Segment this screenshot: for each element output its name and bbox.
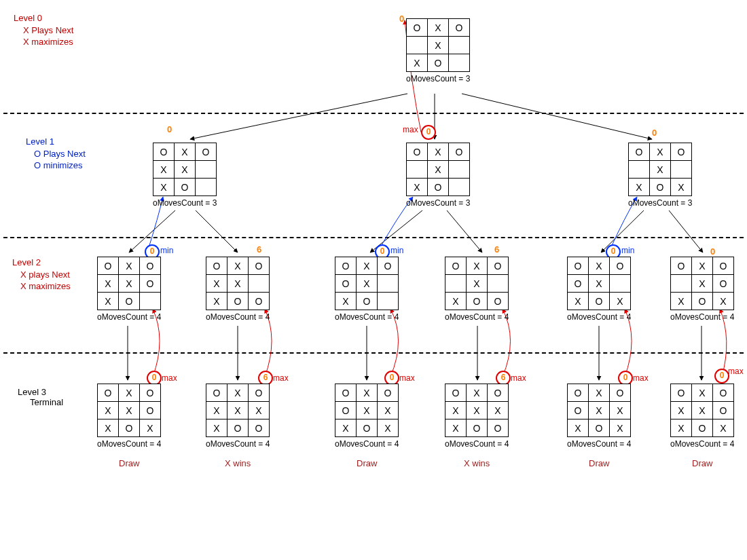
cell: X [467, 384, 488, 402]
result: X wins [206, 458, 270, 468]
cell [449, 37, 470, 54]
cell: X [445, 402, 467, 419]
cell: X [378, 419, 399, 437]
cell: X [589, 384, 610, 402]
cell: X [428, 19, 449, 37]
cell: X [428, 143, 449, 161]
cell: X [227, 402, 249, 419]
cell: O [206, 384, 227, 402]
cell: O [227, 419, 249, 437]
board-l3c2: OXOXXOXOX oMovesCount = 4 Draw [670, 384, 734, 468]
cell: X [98, 275, 119, 293]
cell [196, 179, 217, 196]
cell: X [119, 257, 140, 275]
cell: X [153, 179, 175, 196]
cell: X [692, 402, 713, 419]
cell: X [206, 419, 227, 437]
cell: X [713, 293, 734, 310]
moves-count: oMovesCount = 4 [335, 439, 399, 449]
cell: O [140, 402, 161, 419]
cell: X [206, 402, 227, 419]
cell: X [713, 419, 734, 437]
cell: O [568, 275, 589, 293]
cell: X [650, 143, 671, 161]
cell: X [98, 293, 119, 310]
cell: O [407, 143, 428, 161]
result: Draw [97, 458, 161, 468]
cell: O [140, 384, 161, 402]
cell: X [589, 402, 610, 419]
cell: X [119, 275, 140, 293]
moves-count: oMovesCount = 4 [670, 312, 734, 322]
cell: X [568, 419, 589, 437]
cell [610, 275, 631, 293]
text: Level 1 [26, 136, 86, 148]
cell: X [692, 384, 713, 402]
board-root: OXOXXO oMovesCount = 3 [406, 18, 470, 83]
text: O minimizes [34, 160, 86, 172]
cell: X [357, 275, 378, 293]
cell: X [407, 54, 428, 72]
cell: O [206, 257, 227, 275]
text: X maximizes [20, 280, 71, 293]
cell: O [140, 257, 161, 275]
l2a2-score: 6 [257, 244, 261, 255]
cell: O [249, 419, 270, 437]
cell: O [98, 257, 119, 275]
cell: O [589, 419, 610, 437]
cell: O [335, 384, 357, 402]
moves-count: oMovesCount = 4 [670, 439, 734, 449]
cell: X [428, 161, 449, 179]
cell [378, 275, 399, 293]
board-l3a2: OXOXXXXOO oMovesCount = 4 X wins [206, 384, 270, 468]
cell: X [227, 257, 249, 275]
text: Level 2 [12, 257, 71, 269]
cell: X [445, 419, 467, 437]
cell: O [568, 384, 589, 402]
cell: X [671, 293, 692, 310]
cell: X [206, 275, 227, 293]
max-label: max [273, 373, 289, 383]
moves-count: oMovesCount = 4 [97, 439, 161, 449]
cell: X [140, 419, 161, 437]
text: Level 0 [14, 12, 73, 24]
board-l1b: OXOXXO oMovesCount = 3 [406, 143, 470, 208]
cell [445, 275, 467, 293]
cell: O [335, 257, 357, 275]
text: Terminal [30, 397, 63, 407]
text: X maximizes [23, 36, 73, 48]
cell: O [610, 384, 631, 402]
level-3-label: Level 3 Terminal [18, 387, 63, 407]
cell: O [568, 257, 589, 275]
cell: X [671, 419, 692, 437]
cell: O [488, 384, 509, 402]
cell: O [119, 293, 140, 310]
l1-root-circle: 0 [421, 125, 436, 140]
l2c2-score: 0 [710, 246, 715, 257]
cell: O [449, 19, 470, 37]
cell: O [428, 179, 449, 196]
board-l3a1: OXOXXOXOX oMovesCount = 4 Draw [97, 384, 161, 468]
cell [249, 275, 270, 293]
moves-count: oMovesCount = 4 [206, 439, 270, 449]
cell: O [713, 402, 734, 419]
cell: O [692, 419, 713, 437]
cell: X [153, 161, 175, 179]
board-l2b2: OXOXXOO oMovesCount = 4 [445, 257, 509, 322]
l1a-score: 0 [167, 124, 172, 134]
cell: X [175, 143, 196, 161]
cell: X [227, 384, 249, 402]
cell [671, 275, 692, 293]
max-label: max [403, 125, 418, 134]
cell: O [357, 419, 378, 437]
cell: O [175, 179, 196, 196]
board-l2a1: OXOXXOXO oMovesCount = 4 [97, 257, 161, 322]
cell: O [98, 384, 119, 402]
cell: O [589, 293, 610, 310]
max-label: max [162, 373, 177, 383]
max-label: max [633, 373, 649, 383]
cell [140, 293, 161, 310]
cell: X [335, 419, 357, 437]
cell: X [357, 257, 378, 275]
min-label: min [390, 246, 403, 255]
